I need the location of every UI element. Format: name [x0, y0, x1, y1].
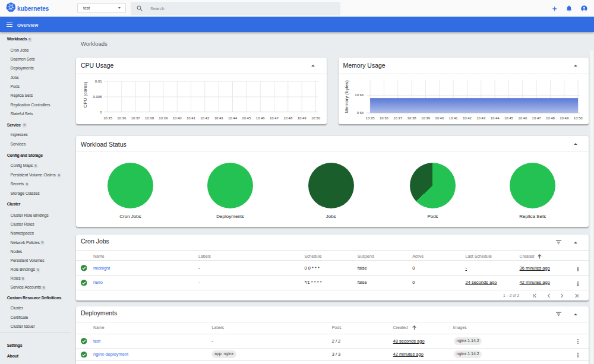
svg-text:10:48: 10:48	[283, 116, 293, 120]
svg-text:10:47: 10:47	[269, 116, 279, 120]
svg-text:10:37: 10:37	[131, 116, 140, 120]
svg-text:10:44: 10:44	[228, 116, 237, 120]
svg-text:0 Mi: 0 Mi	[356, 111, 363, 115]
svg-text:10:40: 10:40	[172, 116, 182, 120]
svg-text:10:38: 10:38	[144, 116, 154, 120]
svg-text:10 Mi: 10 Mi	[355, 93, 364, 97]
svg-text:10:46: 10:46	[518, 116, 527, 120]
svg-text:10:35: 10:35	[365, 116, 375, 120]
svg-text:10:36: 10:36	[117, 116, 127, 120]
svg-text:10:42: 10:42	[462, 116, 472, 120]
svg-text:10:43: 10:43	[476, 116, 486, 120]
svg-text:Memory (bytes): Memory (bytes)	[344, 80, 349, 113]
svg-text:10:35: 10:35	[103, 116, 112, 120]
svg-text:10:41: 10:41	[186, 116, 195, 120]
svg-text:0: 0	[100, 110, 102, 114]
svg-text:10:49: 10:49	[560, 116, 569, 120]
svg-text:10:47: 10:47	[532, 116, 541, 120]
svg-text:0.01: 0.01	[94, 80, 102, 83]
svg-text:10:40: 10:40	[435, 116, 444, 120]
svg-text:10:39: 10:39	[159, 116, 168, 120]
svg-text:10:45: 10:45	[242, 116, 251, 120]
svg-text:10:39: 10:39	[421, 116, 430, 120]
svg-text:10:43: 10:43	[214, 116, 223, 120]
svg-text:10:44: 10:44	[490, 116, 500, 120]
svg-text:0.005: 0.005	[93, 95, 102, 99]
svg-text:10:48: 10:48	[545, 116, 555, 120]
svg-text:10:49: 10:49	[297, 116, 307, 120]
svg-text:10:50: 10:50	[573, 116, 583, 120]
svg-text:10:38: 10:38	[407, 116, 416, 120]
svg-text:10:37: 10:37	[393, 116, 403, 120]
svg-text:CPU (cores): CPU (cores)	[83, 81, 88, 107]
svg-text:10:42: 10:42	[200, 116, 210, 120]
svg-text:10:45: 10:45	[504, 116, 513, 120]
svg-text:10:41: 10:41	[448, 116, 458, 120]
svg-text:10:46: 10:46	[255, 116, 265, 120]
svg-text:10:36: 10:36	[379, 116, 388, 120]
svg-text:10:50: 10:50	[311, 116, 320, 120]
